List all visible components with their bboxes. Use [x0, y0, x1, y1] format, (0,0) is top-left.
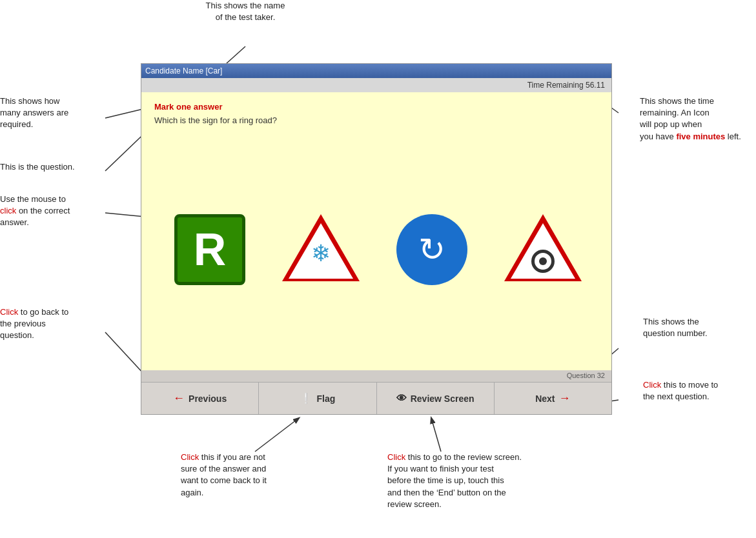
annotation-title-line1: This shows the name: [206, 1, 285, 10]
sign-roundabout: ↻: [396, 214, 467, 285]
ann-back-line2: the previous: [0, 319, 46, 328]
ann-back-line1: to go back to: [18, 307, 68, 317]
sign-green-r: R: [174, 214, 245, 285]
ann-mouse-click: click: [0, 206, 16, 215]
svg-line-9: [431, 418, 441, 452]
flag-button[interactable]: ❕ Flag: [259, 383, 376, 414]
review-icon: 👁: [396, 393, 407, 404]
annotation-next: Click this to move to the next question.: [643, 379, 756, 403]
next-button[interactable]: Next →: [495, 383, 611, 414]
annotation-flag: Click this if you are not sure of the an…: [181, 452, 329, 499]
ann-review-line4: and then the ‘End’ button on the: [387, 488, 506, 497]
flag-label: Flag: [316, 394, 335, 404]
ann-next-line1: this to move to: [661, 380, 718, 390]
ann-back-line3: question.: [0, 330, 34, 340]
review-screen-button[interactable]: 👁 Review Screen: [377, 383, 495, 414]
ann-time-line4: you have: [640, 132, 676, 141]
nav-buttons: ← Previous ❕ Flag 👁 Review Screen Next →: [141, 382, 611, 414]
ann-many-line2: many answers are: [0, 108, 68, 117]
timer-text: Time Remaining 56.11: [527, 81, 605, 90]
annotation-question: This is the question.: [0, 161, 107, 173]
annotation-qnum: This shows the question number.: [643, 316, 756, 339]
ann-mouse-line3: answer.: [0, 217, 29, 227]
nav-bar: Question 32 ← Previous ❕ Flag 👁 Review S…: [141, 370, 611, 414]
ann-review-line1: this to go to the review screen.: [405, 452, 522, 462]
ann-flag-line2: sure of the answer and: [181, 464, 266, 473]
ann-flag-line4: again.: [181, 488, 203, 497]
ann-time-line5: left.: [725, 132, 741, 141]
annotation-title: This shows the name of the test taker.: [181, 0, 310, 23]
ann-time-line1: This shows the time: [640, 96, 714, 106]
ann-next-click: Click: [643, 380, 661, 390]
title-bar: Candidate Name [Car]: [141, 64, 611, 78]
triangle-center-dot: [539, 257, 547, 265]
annotation-review: Click this to go to the review screen. I…: [387, 452, 594, 510]
ann-flag-line3: want to come back to it: [181, 475, 267, 485]
ann-many-line1: This shows how: [0, 96, 59, 106]
ann-qnum-line1: This shows the: [643, 317, 699, 326]
answer-option-2[interactable]: ❄: [272, 201, 369, 298]
annotation-time: This shows the time remaining. An Icon w…: [640, 95, 753, 143]
ann-review-click: Click: [387, 452, 405, 462]
ann-question-line1: This is the question.: [0, 162, 75, 172]
title-bar-text: Candidate Name [Car]: [145, 66, 222, 75]
ann-flag-click: Click: [181, 452, 199, 462]
ann-flag-line1: this if you are not: [199, 452, 265, 462]
ann-mouse-line2: on the correct: [16, 206, 70, 215]
ann-many-line3: required.: [0, 119, 33, 129]
ann-review-line3: before the time is up, touch this: [387, 475, 504, 485]
ann-time-line3: will pop up when: [640, 119, 702, 129]
ann-time-five-minutes: five minutes: [676, 132, 725, 141]
sign-snowflake-wrapper: ❄: [282, 214, 360, 285]
previous-button[interactable]: ← Previous: [141, 383, 259, 414]
answer-option-1[interactable]: R: [161, 201, 258, 298]
ann-next-line2: the next question.: [643, 392, 710, 401]
ann-back-click: Click: [0, 307, 18, 317]
answers-row: R ❄ ↻: [154, 138, 598, 361]
svg-line-8: [255, 418, 299, 452]
arrow-left-icon: ←: [173, 392, 185, 405]
previous-label: Previous: [189, 394, 227, 404]
ann-review-line2: If you want to finish your test: [387, 464, 494, 473]
answer-option-4[interactable]: [495, 201, 591, 298]
ann-qnum-line2: question number.: [643, 328, 708, 338]
ann-review-line5: review screen.: [387, 499, 442, 509]
ann-time-line2: remaining. An Icon: [640, 108, 710, 117]
question-text: Which is the sign for a ring road?: [154, 115, 598, 125]
ann-mouse-line1: Use the mouse to: [0, 194, 66, 204]
answer-option-3[interactable]: ↻: [383, 201, 480, 298]
mark-one-answer: Mark one answer: [154, 102, 598, 112]
arrow-right-icon: →: [559, 392, 571, 405]
sign-empty-triangle: [504, 214, 582, 285]
annotation-use-mouse: Use the mouse to click on the correct an…: [0, 194, 107, 229]
flag-icon: ❕: [300, 392, 312, 404]
timer-bar: Time Remaining 56.11: [141, 78, 611, 92]
test-window: Candidate Name [Car] Time Remaining 56.1…: [141, 63, 612, 415]
question-area: Mark one answer Which is the sign for a …: [141, 92, 611, 370]
annotation-title-line2: of the test taker.: [216, 12, 276, 22]
annotation-click-back: Click to go back to the previous questio…: [0, 306, 107, 342]
roundabout-arrows: ↻: [418, 231, 445, 268]
question-num-row: Question 32: [141, 370, 611, 382]
snowflake-symbol: ❄: [311, 240, 331, 267]
next-label: Next: [535, 394, 555, 404]
question-num-label: Question 32: [567, 372, 605, 379]
annotation-many-answers: This shows how many answers are required…: [0, 95, 107, 131]
review-label: Review Screen: [411, 394, 475, 404]
